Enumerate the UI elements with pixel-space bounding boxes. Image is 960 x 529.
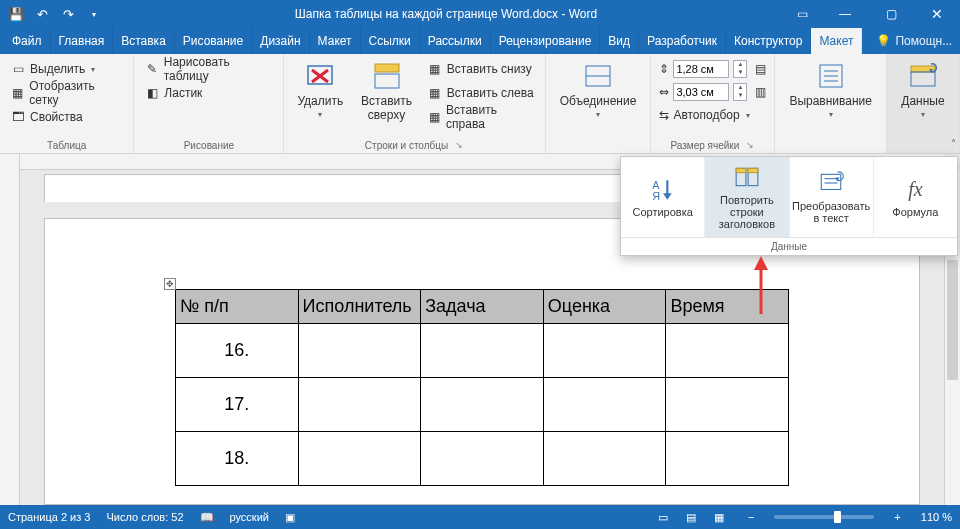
autofit-button[interactable]: ⇆ Автоподбор ▾ <box>659 104 766 126</box>
table-header-cell[interactable]: Оценка <box>543 290 666 324</box>
formula-button[interactable]: fx Формула <box>874 157 957 237</box>
table-header-cell[interactable]: Исполнитель <box>298 290 421 324</box>
read-mode-icon[interactable]: ▭ <box>654 508 672 526</box>
macro-record-icon[interactable]: ▣ <box>285 511 295 524</box>
tab-layout[interactable]: Макет <box>310 28 361 54</box>
table-cell[interactable] <box>421 432 544 486</box>
close-button[interactable]: ✕ <box>914 0 960 28</box>
web-layout-icon[interactable]: ▦ <box>710 508 728 526</box>
tab-file[interactable]: Файл <box>4 28 51 54</box>
eraser-button[interactable]: ◧Ластик <box>142 82 275 104</box>
spellcheck-icon[interactable]: 📖 <box>200 511 214 524</box>
repeat-header-icon <box>734 164 760 190</box>
collapse-ribbon-icon[interactable]: ˄ <box>951 138 956 149</box>
eraser-icon: ◧ <box>144 85 160 101</box>
table-cell[interactable] <box>298 324 421 378</box>
alignment-button[interactable]: Выравнивание <box>783 58 878 137</box>
status-word-count[interactable]: Число слов: 52 <box>106 511 183 523</box>
status-page[interactable]: Страница 2 из 3 <box>8 511 90 523</box>
group-alignment: Выравнивание <box>775 54 887 153</box>
table-cell[interactable] <box>421 378 544 432</box>
insert-below-button[interactable]: ▦Вставить снизу <box>425 58 537 80</box>
annotation-arrow <box>751 256 771 316</box>
delete-button[interactable]: Удалить <box>292 58 348 137</box>
table-cell[interactable] <box>298 432 421 486</box>
insert-above-button[interactable]: Вставить сверху <box>356 58 417 137</box>
tab-home[interactable]: Главная <box>51 28 114 54</box>
quick-access-toolbar: 💾 ↶ ↷ ▾ <box>0 6 110 22</box>
tab-table-design[interactable]: Конструктор <box>726 28 811 54</box>
maximize-button[interactable]: ▢ <box>868 0 914 28</box>
tell-me-help[interactable]: 💡 Помощн... <box>862 28 960 54</box>
distribute-cols-icon[interactable]: ▥ <box>755 85 766 99</box>
table-move-handle-icon[interactable]: ✥ <box>164 278 176 290</box>
height-stepper[interactable]: ▲▼ <box>733 60 747 78</box>
tab-draw[interactable]: Рисование <box>175 28 252 54</box>
table-cell[interactable] <box>543 378 666 432</box>
print-layout-icon[interactable]: ▤ <box>682 508 700 526</box>
insert-right-button[interactable]: ▦Вставить справа <box>425 106 537 128</box>
table-cell[interactable] <box>666 378 789 432</box>
status-language[interactable]: русский <box>230 511 269 523</box>
save-icon[interactable]: 💾 <box>8 6 24 22</box>
zoom-out-button[interactable]: − <box>744 511 758 523</box>
table-cell[interactable] <box>543 324 666 378</box>
tab-developer[interactable]: Разработчик <box>639 28 726 54</box>
document-table[interactable]: № п/п Исполнитель Задача Оценка Время 16… <box>175 289 789 486</box>
tab-table-layout[interactable]: Макет <box>811 28 862 54</box>
redo-icon[interactable]: ↷ <box>60 6 76 22</box>
select-button[interactable]: ▭Выделить▾ <box>8 58 125 80</box>
qat-customize-icon[interactable]: ▾ <box>86 6 102 22</box>
table-row[interactable]: 17. <box>176 378 789 432</box>
undo-icon[interactable]: ↶ <box>34 6 50 22</box>
dialog-launcher-icon[interactable]: ↘ <box>745 140 755 150</box>
merge-button[interactable]: Объединение <box>554 58 643 137</box>
window-title: Шапка таблицы на каждой странице Word.do… <box>110 7 782 21</box>
zoom-slider-thumb[interactable] <box>834 511 841 523</box>
zoom-level[interactable]: 110 % <box>921 511 952 523</box>
document-page[interactable]: № п/п Исполнитель Задача Оценка Время 16… <box>44 218 920 505</box>
table-header-cell[interactable]: Задача <box>421 290 544 324</box>
tab-view[interactable]: Вид <box>600 28 639 54</box>
insert-above-icon <box>371 60 403 92</box>
table-cell[interactable] <box>666 432 789 486</box>
dialog-launcher-icon[interactable]: ↘ <box>454 140 464 150</box>
table-cell[interactable]: 17. <box>176 378 299 432</box>
vertical-ruler[interactable] <box>0 154 20 505</box>
data-button[interactable]: Данные <box>895 58 951 137</box>
table-cell[interactable]: 18. <box>176 432 299 486</box>
table-row[interactable]: 18. <box>176 432 789 486</box>
tab-design[interactable]: Дизайн <box>252 28 309 54</box>
minimize-button[interactable]: — <box>822 0 868 28</box>
sort-button[interactable]: АЯ Сортировка <box>621 157 705 237</box>
zoom-in-button[interactable]: + <box>890 511 904 523</box>
zoom-slider[interactable] <box>774 515 874 519</box>
tab-references[interactable]: Ссылки <box>361 28 420 54</box>
view-gridlines-button[interactable]: ▦Отобразить сетку <box>8 82 125 104</box>
group-label: Таблица <box>8 137 125 153</box>
ribbon-options-icon[interactable]: ▭ <box>782 7 822 21</box>
table-cell[interactable]: 16. <box>176 324 299 378</box>
insert-left-button[interactable]: ▦Вставить слева <box>425 82 537 104</box>
distribute-rows-icon[interactable]: ▤ <box>755 62 766 76</box>
table-cell[interactable] <box>298 378 421 432</box>
tab-mailings[interactable]: Рассылки <box>420 28 491 54</box>
tab-insert[interactable]: Вставка <box>113 28 175 54</box>
table-cell[interactable] <box>666 324 789 378</box>
table-row[interactable]: 16. <box>176 324 789 378</box>
properties-button[interactable]: 🗔Свойства <box>8 106 125 128</box>
table-cell[interactable] <box>543 432 666 486</box>
tab-review[interactable]: Рецензирование <box>491 28 601 54</box>
properties-icon: 🗔 <box>10 109 26 125</box>
row-height-input[interactable] <box>673 60 729 78</box>
width-stepper[interactable]: ▲▼ <box>733 83 747 101</box>
table-header-row[interactable]: № п/п Исполнитель Задача Оценка Время <box>176 290 789 324</box>
group-rows-columns: Удалить Вставить сверху ▦Вставить снизу … <box>284 54 545 153</box>
table-cell[interactable] <box>421 324 544 378</box>
scrollbar-thumb[interactable] <box>947 260 958 380</box>
col-width-input[interactable] <box>673 83 729 101</box>
repeat-header-rows-button[interactable]: Повторить строки заголовков <box>705 157 789 237</box>
convert-to-text-button[interactable]: Преобразовать в текст <box>790 157 874 237</box>
draw-table-button[interactable]: ✎Нарисовать таблицу <box>142 58 275 80</box>
table-header-cell[interactable]: № п/п <box>176 290 299 324</box>
